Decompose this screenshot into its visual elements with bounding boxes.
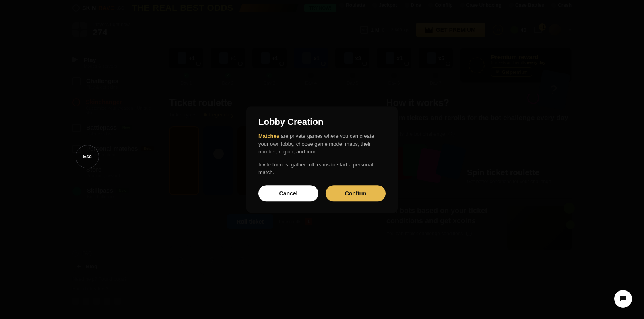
confirm-button[interactable]: Confirm [326, 185, 386, 201]
modal-title: Lobby Creation [258, 117, 386, 127]
modal-body-2: Invite friends, gather full teams to sta… [258, 161, 386, 176]
lobby-creation-modal: Lobby Creation Matches are private games… [246, 106, 398, 213]
modal-body-1: Matches are private games where you can … [258, 132, 386, 156]
chat-icon [619, 294, 627, 303]
chat-support-button[interactable] [614, 290, 632, 308]
esc-hint[interactable]: Esc [76, 145, 99, 168]
cancel-button[interactable]: Cancel [258, 185, 318, 201]
